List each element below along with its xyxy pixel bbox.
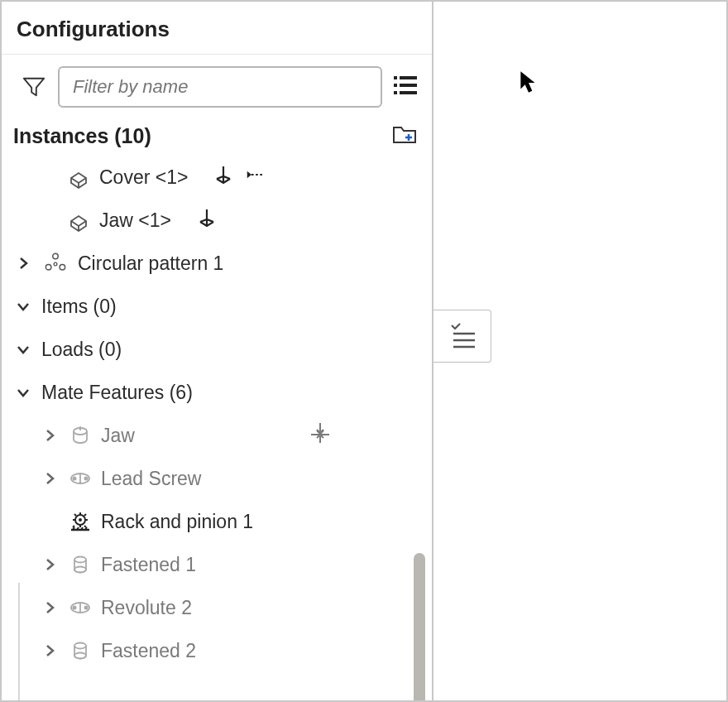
instances-header[interactable]: Instances (10) bbox=[2, 116, 432, 156]
mate-item-rack-pinion[interactable]: Rack and pinion 1 bbox=[2, 500, 432, 543]
collapse-panel-tab[interactable] bbox=[433, 310, 491, 363]
expand-icon[interactable] bbox=[40, 601, 60, 614]
mate-item-lead-screw[interactable]: Lead Screw bbox=[2, 457, 432, 500]
svg-point-12 bbox=[73, 477, 77, 481]
slider-mate-indicator-icon bbox=[308, 421, 333, 450]
panel-title: Configurations bbox=[2, 2, 432, 55]
svg-point-16 bbox=[74, 557, 86, 563]
collapse-icon[interactable] bbox=[13, 343, 33, 356]
section-loads[interactable]: Loads (0) bbox=[2, 328, 432, 371]
list-view-toggle-icon[interactable] bbox=[394, 75, 417, 99]
item-label: Circular pattern 1 bbox=[78, 252, 223, 275]
svg-point-21 bbox=[74, 643, 86, 649]
item-label: Revolute 2 bbox=[101, 597, 192, 619]
item-label: Fastened 2 bbox=[101, 640, 196, 662]
item-label: Fastened 1 bbox=[101, 554, 196, 576]
svg-rect-4 bbox=[394, 91, 397, 94]
expand-icon[interactable] bbox=[40, 472, 60, 485]
mate-connector-icon bbox=[196, 207, 218, 233]
mate-item-fastened-1[interactable]: Fastened 1 bbox=[2, 543, 432, 586]
reference-arrow-icon bbox=[246, 164, 267, 190]
instance-item-circular-pattern[interactable]: Circular pattern 1 bbox=[2, 242, 432, 285]
expand-icon[interactable] bbox=[40, 644, 60, 657]
svg-point-9 bbox=[54, 262, 57, 266]
circular-pattern-icon bbox=[41, 252, 69, 275]
mate-item-revolute-2[interactable]: Revolute 2 bbox=[2, 586, 432, 629]
svg-point-22 bbox=[74, 653, 86, 659]
mate-item-jaw[interactable]: Jaw bbox=[2, 414, 432, 457]
cursor-icon bbox=[518, 70, 539, 98]
configurations-panel: Configurations Instances (10) bbox=[2, 2, 433, 700]
part-icon bbox=[66, 166, 91, 189]
add-folder-icon[interactable] bbox=[392, 123, 417, 149]
section-items[interactable]: Items (0) bbox=[2, 285, 432, 328]
svg-point-19 bbox=[73, 606, 77, 610]
svg-point-13 bbox=[84, 477, 89, 481]
svg-point-17 bbox=[74, 567, 86, 573]
instances-label: Instances (10) bbox=[13, 124, 151, 148]
gear-relation-icon bbox=[68, 510, 93, 533]
section-label: Mate Features (6) bbox=[41, 382, 193, 404]
mate-connector-icon bbox=[213, 164, 234, 190]
svg-rect-2 bbox=[394, 84, 397, 87]
svg-rect-0 bbox=[394, 76, 397, 79]
item-label: Lead Screw bbox=[101, 468, 201, 490]
fastened-mate-icon bbox=[68, 553, 93, 576]
item-label: Cover <1> bbox=[99, 166, 188, 189]
tree-guide-line bbox=[18, 583, 20, 700]
revolute-mate-icon bbox=[68, 596, 93, 619]
expand-icon[interactable] bbox=[40, 429, 60, 442]
scrollbar-thumb[interactable] bbox=[414, 553, 425, 700]
fastened-mate-icon bbox=[68, 639, 93, 662]
collapse-icon[interactable] bbox=[13, 386, 33, 399]
filter-input[interactable] bbox=[58, 66, 382, 108]
svg-point-7 bbox=[46, 264, 51, 270]
filter-row bbox=[2, 55, 432, 116]
svg-point-6 bbox=[53, 253, 59, 259]
svg-point-15 bbox=[79, 518, 82, 522]
section-label: Loads (0) bbox=[41, 339, 122, 361]
section-mate-features[interactable]: Mate Features (6) bbox=[2, 371, 432, 414]
feature-tree: Cover <1> Jaw <1> bbox=[2, 156, 432, 700]
instance-item-jaw[interactable]: Jaw <1> bbox=[2, 199, 432, 242]
part-icon bbox=[66, 209, 91, 232]
svg-rect-5 bbox=[400, 91, 417, 94]
expand-icon[interactable] bbox=[13, 257, 33, 270]
item-label: Jaw <1> bbox=[99, 209, 171, 232]
collapse-icon[interactable] bbox=[13, 300, 33, 313]
item-label: Rack and pinion 1 bbox=[101, 511, 253, 533]
svg-rect-3 bbox=[400, 84, 417, 87]
svg-point-20 bbox=[84, 606, 89, 610]
filter-funnel-icon[interactable] bbox=[22, 75, 46, 99]
svg-point-8 bbox=[60, 264, 65, 270]
svg-rect-1 bbox=[400, 76, 417, 79]
cylindrical-mate-icon bbox=[68, 424, 93, 447]
mate-item-fastened-2[interactable]: Fastened 2 bbox=[2, 629, 432, 672]
revolute-mate-icon bbox=[68, 467, 93, 490]
item-label: Jaw bbox=[101, 425, 135, 447]
section-label: Items (0) bbox=[41, 296, 117, 318]
instance-item-cover[interactable]: Cover <1> bbox=[2, 156, 432, 199]
expand-icon[interactable] bbox=[40, 558, 60, 571]
